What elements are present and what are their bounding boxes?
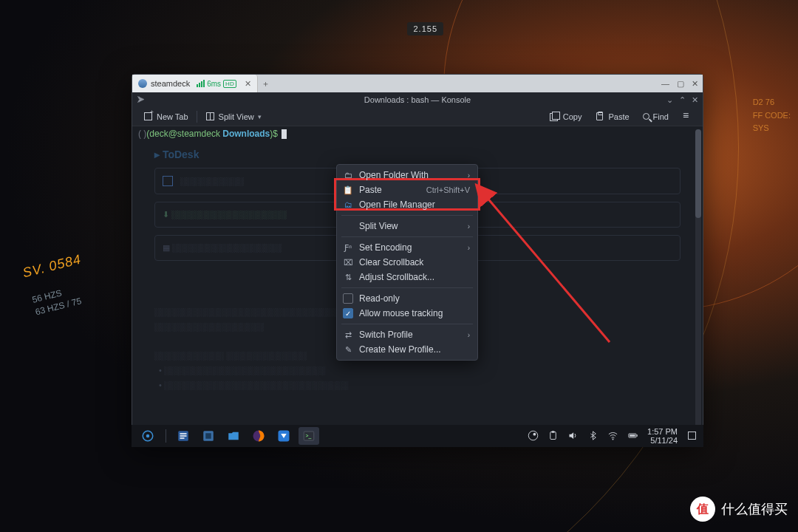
svg-rect-5 [180, 435, 187, 437]
tray-battery-icon[interactable] [627, 430, 638, 443]
hamburger-button[interactable] [677, 109, 697, 123]
taskbar-konsole[interactable]: >_ [299, 427, 319, 445]
svg-text:>_: >_ [306, 433, 312, 439]
ctx-switch-profile[interactable]: ⇄ Switch Profile › [337, 327, 477, 342]
system-tray: 1:57 PM 5/11/24 [528, 427, 698, 445]
checkbox-unchecked[interactable] [343, 293, 353, 304]
scrollbar-thumb[interactable] [695, 129, 701, 218]
context-menu: 🗀 Open Folder With › 📋 Paste Ctrl+Shift+… [336, 164, 478, 361]
konsole-toolbar: New Tab Split View ▾ Copy Paste Find [132, 107, 703, 126]
tray-bluetooth-icon[interactable] [587, 430, 598, 443]
chevron-right-icon: › [468, 331, 470, 339]
tab-favicon [138, 79, 147, 88]
ctx-paste-accel: Ctrl+Shift+V [426, 185, 470, 194]
copy-button[interactable]: Copy [545, 109, 587, 123]
chevron-right-icon: › [468, 222, 470, 231]
svg-rect-21 [689, 432, 696, 439]
svg-rect-4 [180, 433, 187, 434]
ctx-split-view[interactable]: Split View › [337, 219, 477, 233]
maximize-button[interactable]: ▢ [677, 79, 684, 89]
split-view-icon [205, 112, 215, 121]
close-button[interactable]: ✕ [692, 79, 698, 89]
adjust-icon: ⇅ [343, 273, 353, 282]
ctx-set-encoding[interactable]: Ƒⁿ Set Encoding › [337, 240, 477, 255]
taskbar: >_ 1:57 PM 5/11/24 [132, 425, 703, 447]
tray-clock[interactable]: 1:57 PM 5/11/24 [647, 427, 678, 445]
tab-close-icon[interactable]: ✕ [245, 79, 251, 89]
taskbar-separator [163, 427, 168, 445]
tab-title: steamdeck [151, 79, 190, 88]
tray-steam-icon[interactable] [528, 430, 539, 443]
ctx-clear-scrollback[interactable]: ⌧ Clear Scrollback [337, 255, 477, 270]
find-button[interactable]: Find [638, 110, 674, 123]
clear-icon: ⌧ [343, 258, 353, 267]
konsole-menu-icon[interactable]: ⮞ [137, 95, 145, 104]
chevron-down-icon: ▾ [258, 113, 262, 120]
separator [341, 287, 473, 288]
ctx-open-folder-with[interactable]: 🗀 Open Folder With › [337, 168, 477, 183]
new-tab-icon [143, 112, 153, 121]
konsole-title: Downloads : bash — Konsole [364, 95, 471, 104]
ctx-allow-mouse[interactable]: ✓ Allow mouse tracking [337, 306, 477, 321]
window-controls: — ▢ ✕ [661, 75, 698, 92]
new-tab-button[interactable]: New Tab [138, 109, 194, 123]
scrollbar[interactable] [695, 129, 701, 443]
tab-row: steamdeck 6ms HD ✕ ＋ — ▢ ✕ [132, 75, 703, 92]
konsole-maximize-button[interactable]: ⌃ [679, 95, 686, 105]
separator [341, 215, 473, 216]
ctx-open-file-manager[interactable]: 🗂 Open File Manager [337, 197, 477, 212]
ctx-read-only[interactable]: Read-only [337, 291, 477, 306]
encoding-icon: Ƒⁿ [343, 243, 353, 253]
copy-icon [550, 112, 559, 121]
menu-icon [682, 112, 692, 121]
taskbar-firefox[interactable] [248, 427, 269, 445]
tab-ping: 6ms HD [197, 80, 236, 88]
konsole-titlebar[interactable]: ⮞ Downloads : bash — Konsole ⌄ ⌃ ✕ [132, 92, 703, 107]
split-view-button[interactable]: Split View ▾ [200, 109, 267, 123]
watermark-text: 什么值得买 [721, 500, 788, 518]
taskbar-discover[interactable] [173, 427, 194, 445]
ctx-create-profile[interactable]: ✎ Create New Profile... [337, 342, 477, 357]
find-icon [643, 113, 649, 120]
svg-rect-8 [205, 433, 211, 439]
checkbox-checked[interactable]: ✓ [343, 308, 353, 318]
paste-icon [595, 112, 604, 121]
profile-icon: ⇄ [343, 330, 353, 340]
taskbar-settings[interactable] [198, 427, 219, 445]
tray-show-desktop[interactable] [686, 430, 698, 443]
wallpaper-right-text: D2 76FF CODE:SYS [753, 96, 791, 135]
svg-rect-20 [630, 434, 635, 437]
tab-add-button[interactable]: ＋ [258, 78, 274, 89]
paste-icon: 📋 [343, 185, 353, 195]
taskbar-todesk[interactable] [273, 427, 294, 445]
prompt-line: ( )(deck@steamdeck Downloads)$ [132, 126, 703, 141]
tray-clipboard-icon[interactable] [548, 430, 559, 443]
watermark: 值 什么值得买 [690, 497, 788, 522]
separator [341, 236, 473, 237]
svg-point-2 [146, 434, 150, 438]
file-manager-icon: 🗂 [343, 200, 353, 209]
tab-steamdeck[interactable]: steamdeck 6ms HD ✕ [132, 75, 258, 92]
minimize-button[interactable]: — [661, 79, 669, 88]
taskbar-dolphin[interactable] [223, 427, 244, 445]
wallpaper-badge: 2.155 [407, 22, 443, 35]
chevron-right-icon: › [468, 244, 470, 252]
start-button[interactable] [137, 427, 158, 445]
ctx-paste[interactable]: 📋 Paste Ctrl+Shift+V [337, 183, 477, 197]
clock-time: 1:57 PM [647, 427, 678, 436]
folder-icon: 🗀 [343, 171, 353, 180]
terminal-cursor [282, 129, 287, 139]
clock-date: 5/11/24 [647, 436, 678, 445]
konsole-minimize-button[interactable]: ⌄ [666, 95, 673, 105]
paste-button[interactable]: Paste [590, 109, 634, 123]
svg-point-14 [533, 432, 536, 435]
konsole-close-button[interactable]: ✕ [692, 95, 698, 105]
svg-rect-19 [637, 434, 638, 437]
separator [341, 324, 473, 324]
watermark-badge: 值 [690, 497, 715, 522]
svg-rect-16 [552, 431, 555, 433]
tray-wifi-icon[interactable] [607, 430, 618, 443]
ctx-adjust-scrollback[interactable]: ⇅ Adjust Scrollback... [337, 270, 477, 284]
svg-point-17 [613, 438, 614, 440]
tray-volume-icon[interactable] [567, 430, 579, 443]
